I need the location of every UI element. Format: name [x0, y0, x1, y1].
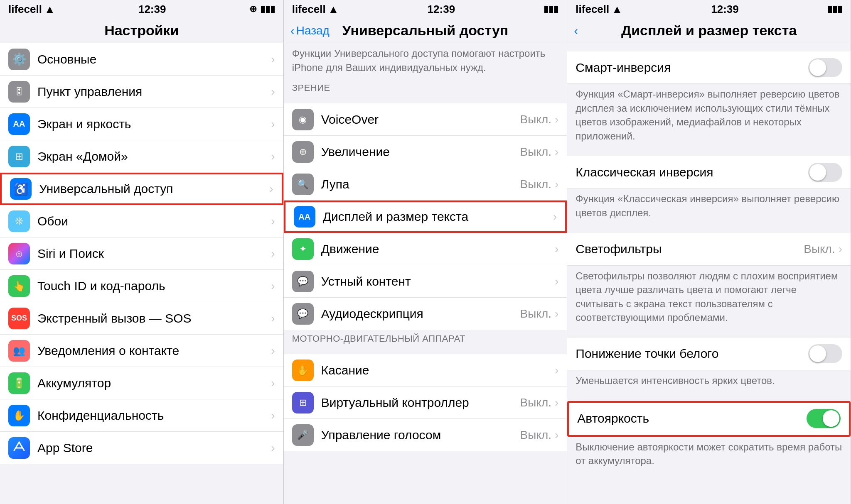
- siri-label: Siri и Поиск: [37, 247, 271, 261]
- magnifier-icon: 🔍: [292, 174, 314, 195]
- settings-item-privacy[interactable]: ✋ Конфиденциальность ›: [0, 399, 283, 432]
- settings-item-wallpaper[interactable]: ❊ Обои ›: [0, 205, 283, 237]
- accessibility-icon: ♿: [10, 178, 32, 200]
- motor-section-header: МОТОРНО-ДВИГАТЕЛЬНЫЙ АППАРАТ: [284, 330, 567, 346]
- status-time-1: 12:39: [138, 3, 166, 16]
- settings-item-general[interactable]: ⚙️ Основные ›: [0, 43, 283, 76]
- privacy-chevron: ›: [271, 409, 275, 422]
- general-chevron: ›: [271, 53, 275, 66]
- nav-bar-2: ‹ Назад Универсальный доступ: [284, 18, 567, 43]
- reduce-white-knob: [809, 345, 826, 362]
- display-text-item[interactable]: AA Дисплей и размер текста ›: [284, 201, 567, 233]
- settings-item-sos[interactable]: SOS Экстренный вызов — SOS ›: [0, 302, 283, 335]
- virtual-controller-label: Виртуальный контроллер: [321, 396, 520, 410]
- auto-brightness-row: Автояркость: [569, 403, 849, 435]
- audio-desc-chevron: ›: [555, 307, 558, 321]
- contact-chevron: ›: [271, 344, 275, 357]
- motion-icon: ✦: [292, 238, 314, 260]
- nav-bar-3: ‹ Дисплей и размер текста: [567, 18, 851, 43]
- accessibility-description: Функции Универсального доступа помогают …: [284, 43, 567, 79]
- carrier-text-3: lifecell: [576, 3, 609, 16]
- smart-inversion-desc: Функция «Смарт-инверсия» выполняет ревер…: [567, 84, 851, 148]
- back-button-2[interactable]: ‹ Назад: [290, 24, 330, 38]
- page-title-3: Дисплей и размер текста: [621, 22, 797, 39]
- smart-inversion-row: Смарт-инверсия: [567, 51, 851, 84]
- status-bar-2: lifecell ▲ 12:39 ▮▮▮: [284, 0, 567, 18]
- audio-desc-item[interactable]: 💬 Аудиодескрипция Выкл. ›: [284, 298, 567, 330]
- status-time-2: 12:39: [428, 3, 455, 16]
- settings-item-home[interactable]: ⊞ Экран «Домой» ›: [0, 140, 283, 173]
- battery-icon-2: ▮▮▮: [544, 4, 558, 15]
- smart-inversion-toggle[interactable]: [808, 58, 842, 77]
- settings-item-siri[interactable]: ◎ Siri и Поиск ›: [0, 237, 283, 270]
- home-chevron: ›: [271, 150, 275, 163]
- voiceover-item[interactable]: ◉ VoiceOver Выкл. ›: [284, 103, 567, 136]
- voice-control-item[interactable]: 🎤 Управление голосом Выкл. ›: [284, 419, 567, 451]
- spoken-content-item[interactable]: 💬 Устный контент ›: [284, 265, 567, 298]
- settings-item-display[interactable]: AA Экран и яркость ›: [0, 108, 283, 140]
- color-filters-label: Светофильтры: [576, 242, 804, 256]
- classic-inversion-desc: Функция «Классическая инверсия» выполняе…: [567, 188, 851, 225]
- zoom-chevron: ›: [555, 145, 558, 159]
- auto-brightness-toggle[interactable]: [807, 409, 841, 428]
- motion-item[interactable]: ✦ Движение ›: [284, 233, 567, 265]
- page-title-2: Универсальный доступ: [342, 22, 509, 39]
- voice-control-value: Выкл.: [520, 428, 551, 442]
- sos-label: Экстренный вызов — SOS: [37, 311, 271, 325]
- signal-icon-3: ▲: [612, 3, 622, 16]
- touch-item[interactable]: ✋ Касание ›: [284, 354, 567, 387]
- zoom-value: Выкл.: [520, 145, 551, 159]
- color-filters-row[interactable]: Светофильтры Выкл. ›: [567, 233, 851, 266]
- back-label-2: Назад: [296, 24, 330, 37]
- virtual-controller-item[interactable]: ⊞ Виртуальный контроллер Выкл. ›: [284, 387, 567, 419]
- reduce-white-desc: Уменьшается интенсивность ярких цветов.: [567, 370, 851, 393]
- touch-id-label: Touch ID и код-пароль: [37, 279, 271, 293]
- status-right-1: ⊕ ▮▮▮: [249, 4, 275, 15]
- classic-inversion-toggle[interactable]: [808, 163, 842, 182]
- privacy-icon: ✋: [8, 405, 30, 426]
- touch-id-icon: 👆: [8, 275, 30, 297]
- settings-item-contact[interactable]: 👥 Уведомления о контакте ›: [0, 335, 283, 367]
- settings-item-accessibility[interactable]: ♿ Универсальный доступ ›: [0, 173, 283, 205]
- status-right-2: ▮▮▮: [544, 4, 558, 15]
- battery-label: Аккумулятор: [37, 376, 271, 390]
- display-text-panel: lifecell ▲ 12:39 ▮▮▮ ‹ Дисплей и размер …: [567, 0, 851, 504]
- page-title-1: Настройки: [104, 22, 179, 39]
- display-text-icon: AA: [294, 206, 315, 228]
- smart-inversion-block: Смарт-инверсия: [567, 51, 851, 84]
- touch-id-chevron: ›: [271, 279, 275, 293]
- zoom-item[interactable]: ⊕ Увеличение Выкл. ›: [284, 136, 567, 168]
- accessibility-label: Универсальный доступ: [39, 182, 269, 196]
- settings-item-battery[interactable]: 🔋 Аккумулятор ›: [0, 367, 283, 399]
- settings-item-control-center[interactable]: 🎛 Пункт управления ›: [0, 76, 283, 108]
- magnifier-chevron: ›: [555, 178, 558, 191]
- virtual-controller-chevron: ›: [555, 396, 558, 409]
- accessibility-panel: lifecell ▲ 12:39 ▮▮▮ ‹ Назад Универсальн…: [284, 0, 568, 504]
- color-filters-value: Выкл.: [804, 242, 835, 256]
- color-filters-block: Светофильтры Выкл. ›: [567, 233, 851, 266]
- general-icon: ⚙️: [8, 49, 30, 70]
- status-carrier-3: lifecell ▲: [576, 3, 622, 16]
- display-label: Экран и яркость: [37, 117, 271, 131]
- voice-control-icon: 🎤: [292, 424, 314, 446]
- magnifier-label: Лупа: [321, 177, 520, 191]
- spoken-content-icon: 💬: [292, 271, 314, 292]
- display-text-label: Дисплей и размер текста: [323, 210, 553, 224]
- location-icon-1: ⊕: [249, 4, 257, 15]
- signal-icon-2: ▲: [328, 3, 339, 16]
- carrier-text-2: lifecell: [292, 3, 326, 16]
- settings-item-appstore[interactable]: App Store ›: [0, 432, 283, 464]
- auto-brightness-label: Автояркость: [577, 411, 807, 426]
- control-center-icon: 🎛: [8, 81, 30, 103]
- classic-inversion-label: Классическая инверсия: [576, 165, 808, 179]
- virtual-controller-value: Выкл.: [520, 396, 551, 409]
- back-button-3[interactable]: ‹: [574, 24, 578, 38]
- settings-item-touch-id[interactable]: 👆 Touch ID и код-пароль ›: [0, 270, 283, 302]
- touch-label: Касание: [321, 363, 555, 377]
- status-bar-1: lifecell ▲ 12:39 ⊕ ▮▮▮: [0, 0, 283, 18]
- back-chevron-2: ‹: [290, 24, 295, 38]
- magnifier-item[interactable]: 🔍 Лупа Выкл. ›: [284, 168, 567, 201]
- color-filters-desc: Светофильтры позволяют людям с плохим во…: [567, 266, 851, 330]
- battery-icon: 🔋: [8, 372, 30, 394]
- reduce-white-toggle[interactable]: [808, 344, 842, 363]
